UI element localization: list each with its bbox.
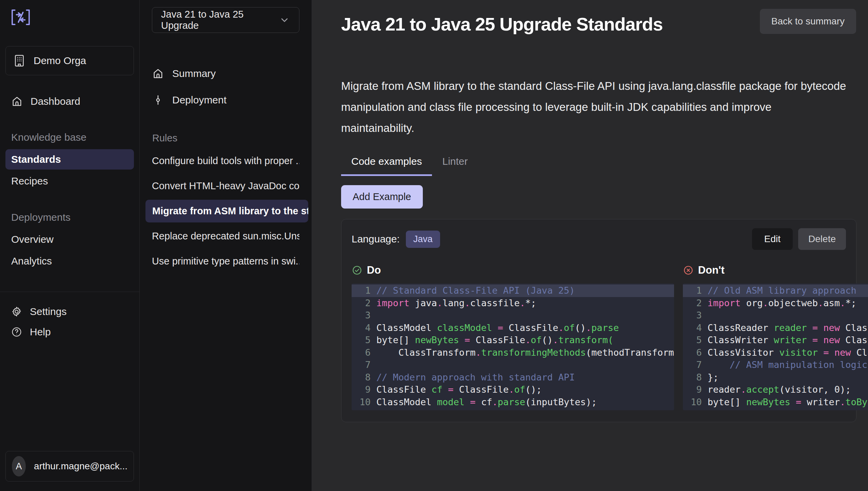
tab-code-examples[interactable]: Code examples xyxy=(341,156,432,176)
example-actions: Edit Delete xyxy=(752,228,846,250)
sidebar-item-recipes[interactable]: Recipes xyxy=(5,171,134,191)
sidebar-item-analytics[interactable]: Analytics xyxy=(5,251,134,271)
add-example-button[interactable]: Add Example xyxy=(341,185,423,209)
workspace-selector[interactable]: Java 21 to Java 25 Upgrade xyxy=(152,7,299,33)
line-number: 3 xyxy=(687,309,702,322)
line-number: 9 xyxy=(356,384,371,396)
code-line: 6 ClassTransform.transformingMethods(met… xyxy=(352,347,674,359)
line-number: 3 xyxy=(356,309,371,322)
sidebar-item-summary[interactable]: Summary xyxy=(152,63,299,84)
code-line: 5ClassWriter writer = new ClassWriter(re… xyxy=(683,334,868,347)
code-text: ClassTransform.transformingMethods(metho… xyxy=(376,347,674,359)
do-header: Do xyxy=(352,264,674,276)
rules-list: Configure build tools with proper ...Con… xyxy=(152,147,299,275)
code-line: 2import org.objectweb.asm.*; xyxy=(683,297,868,310)
chevron-down-icon xyxy=(279,14,290,26)
code-line: 2import java.lang.classfile.*; xyxy=(352,297,674,310)
logo-icon xyxy=(10,9,134,26)
building-icon xyxy=(13,54,26,67)
line-number: 7 xyxy=(687,359,702,371)
code-line: 9ClassFile cf = ClassFile.of(); xyxy=(352,384,674,396)
page-header: Java 21 to Java 25 Upgrade Standards Bac… xyxy=(341,9,856,34)
line-number: 8 xyxy=(356,371,371,384)
sidebar-item-overview[interactable]: Overview xyxy=(5,229,134,250)
example-card-header: Language: Java Edit Delete xyxy=(352,228,846,250)
code-line: 6ClassVisitor visitor = new ClassVisitor… xyxy=(683,347,868,359)
line-number: 4 xyxy=(687,322,702,334)
check-circle-icon xyxy=(352,265,362,276)
code-text: import java.lang.classfile.*; xyxy=(376,297,536,310)
rule-item[interactable]: Migrate from ASM library to the st... xyxy=(145,200,308,222)
delete-button[interactable]: Delete xyxy=(798,228,846,250)
code-text: import org.objectweb.asm.*; xyxy=(708,297,856,310)
section-header-knowledge-base: Knowledge base xyxy=(11,132,134,143)
rule-description: Migrate from ASM library to the standard… xyxy=(341,76,846,139)
code-text: // Old ASM library approach xyxy=(708,284,856,297)
back-to-summary-button[interactable]: Back to summary xyxy=(760,9,856,34)
avatar: A xyxy=(12,456,26,476)
line-number: 5 xyxy=(356,334,371,347)
line-number: 5 xyxy=(687,334,702,347)
language-badge: Java xyxy=(406,231,440,248)
line-number: 2 xyxy=(687,297,702,310)
user-menu[interactable]: A arthur.magne@pack... xyxy=(5,451,134,482)
workspace-selector-value: Java 21 to Java 25 Upgrade xyxy=(161,9,279,31)
code-text: }; xyxy=(708,371,719,384)
code-text: ClassModel model = cf.parse(inputBytes); xyxy=(376,396,597,409)
tab-linter[interactable]: Linter xyxy=(432,156,478,176)
language-label: Language: xyxy=(352,233,400,245)
sidebar-item-standards[interactable]: Standards xyxy=(5,149,134,170)
code-line: 7 xyxy=(352,359,674,371)
sidebar-item-deployment[interactable]: Deployment xyxy=(152,89,299,111)
code-line: 4ClassReader reader = new ClassReader(cl… xyxy=(683,322,868,334)
edit-button[interactable]: Edit xyxy=(752,228,793,250)
home-icon xyxy=(152,67,164,80)
x-circle-icon xyxy=(683,265,694,276)
code-line: 3 xyxy=(683,309,868,322)
main-content: Java 21 to Java 25 Upgrade Standards Bac… xyxy=(312,0,868,491)
sidebar-item-dashboard[interactable]: Dashboard xyxy=(5,91,134,112)
code-line: 5byte[] newBytes = ClassFile.of().transf… xyxy=(352,334,674,347)
sidebar-item-settings[interactable]: Settings xyxy=(5,301,134,322)
rules-section-header: Rules xyxy=(152,133,299,144)
code-line: 1// Old ASM library approach xyxy=(683,284,868,297)
code-text: reader.accept(visitor, 0); xyxy=(708,384,851,396)
code-example-card: Language: Java Edit Delete Do 1/ xyxy=(341,219,856,422)
sidebar-spacer xyxy=(5,342,134,451)
line-number: 1 xyxy=(356,284,371,297)
code-text: // Standard Class-File API (Java 25) xyxy=(376,284,575,297)
dont-code-block: 1// Old ASM library approach2import org.… xyxy=(683,283,868,410)
rule-item[interactable]: Use primitive type patterns in swi... xyxy=(152,250,299,273)
org-selector[interactable]: Demo Orga xyxy=(5,46,134,75)
user-email: arthur.magne@pack... xyxy=(34,461,127,472)
secondary-sidebar: Java 21 to Java 25 Upgrade Summary Deplo… xyxy=(140,0,312,491)
line-number: 10 xyxy=(356,396,371,409)
do-column: Do 1// Standard Class-File API (Java 25)… xyxy=(352,264,674,410)
code-line: 8// Modern approach with standard API xyxy=(352,371,674,384)
sidebar-divider xyxy=(0,292,139,292)
code-line: 10byte[] newBytes = writer.toByteArray()… xyxy=(683,396,868,409)
commit-icon xyxy=(152,94,164,106)
org-name: Demo Orga xyxy=(34,55,86,66)
rule-item[interactable]: Replace deprecated sun.misc.Uns... xyxy=(152,225,299,248)
line-number: 9 xyxy=(687,384,702,396)
code-line: 3 xyxy=(352,309,674,322)
line-number: 6 xyxy=(356,347,371,359)
code-line: 7 // ASM manipulation logic xyxy=(683,359,868,371)
rule-item[interactable]: Configure build tools with proper ... xyxy=(152,150,299,172)
code-text: ClassFile cf = ClassFile.of(); xyxy=(376,384,542,396)
app-logo[interactable] xyxy=(10,9,134,26)
rule-item[interactable]: Convert HTML-heavy JavaDoc co... xyxy=(152,175,299,197)
line-number: 8 xyxy=(687,371,702,384)
dont-column: Don't 1// Old ASM library approach2impor… xyxy=(683,264,868,410)
do-dont-columns: Do 1// Standard Class-File API (Java 25)… xyxy=(352,264,846,410)
line-number: 7 xyxy=(356,359,371,371)
do-code-block: 1// Standard Class-File API (Java 25)2im… xyxy=(352,283,674,410)
line-number: 1 xyxy=(687,284,702,297)
sidebar-item-help[interactable]: Help xyxy=(5,322,134,342)
section-header-deployments: Deployments xyxy=(11,212,134,223)
code-text: // Modern approach with standard API xyxy=(376,371,575,384)
sidebar-item-label: Help xyxy=(30,326,51,338)
code-text: byte[] newBytes = writer.toByteArray(); xyxy=(708,396,868,409)
code-text: ClassVisitor visitor = new ClassVisitor(… xyxy=(708,347,868,359)
